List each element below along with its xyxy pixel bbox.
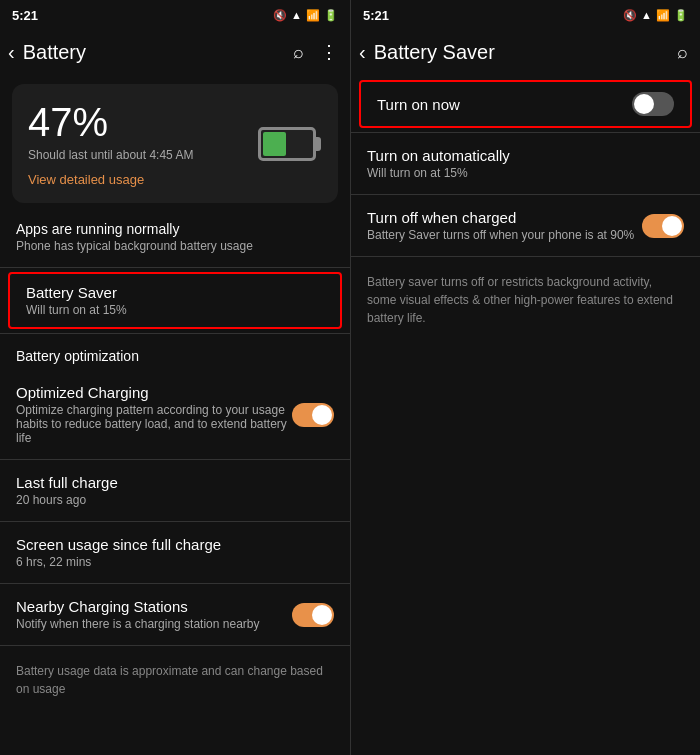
divider-6	[0, 645, 350, 646]
apps-running-item: Apps are running normally Phone has typi…	[0, 211, 350, 263]
turn-off-charged-item[interactable]: Turn off when charged Battery Saver turn…	[351, 199, 700, 252]
turn-off-charged-title: Turn off when charged	[367, 209, 642, 226]
battery-saver-title: Battery Saver	[26, 284, 324, 301]
battery-saver-item[interactable]: Battery Saver Will turn on at 15%	[10, 274, 340, 327]
battery-optimization-title: Battery optimization	[16, 348, 334, 364]
divider-r2	[351, 194, 700, 195]
battery-graphic	[252, 119, 322, 169]
last-full-charge-item[interactable]: Last full charge 20 hours ago	[0, 464, 350, 517]
turn-on-now-toggle-knob	[634, 94, 654, 114]
toolbar-icons-left: ⌕ ⋮	[289, 37, 342, 67]
wifi-icon: ▲	[291, 9, 302, 21]
turn-off-charged-toggle-knob	[662, 216, 682, 236]
search-icon-right[interactable]: ⌕	[673, 38, 692, 67]
optimized-charging-toggle-knob	[312, 405, 332, 425]
turn-on-now-highlight: Turn on now	[359, 80, 692, 128]
page-title-right: Battery Saver	[374, 41, 673, 64]
right-panel: 5:21 🔇 ▲ 📶 🔋 ‹ Battery Saver ⌕ Turn on n…	[350, 0, 700, 755]
battery-fill	[263, 132, 286, 156]
optimized-charging-title: Optimized Charging	[16, 384, 292, 401]
turn-on-auto-title: Turn on automatically	[367, 147, 684, 164]
optimized-charging-toggle[interactable]	[292, 403, 334, 427]
screen-usage-title: Screen usage since full charge	[16, 536, 334, 553]
right-scroll: Turn on now Turn on automatically Will t…	[351, 76, 700, 755]
divider-3	[0, 459, 350, 460]
divider-r3	[351, 256, 700, 257]
screen-usage-text: Screen usage since full charge 6 hrs, 22…	[16, 536, 334, 569]
optimized-charging-text: Optimized Charging Optimize charging pat…	[16, 384, 292, 445]
battery-body	[258, 127, 316, 161]
view-detailed-usage-link[interactable]: View detailed usage	[28, 172, 193, 187]
wifi-icon-right: ▲	[641, 9, 652, 21]
battery-optimization-label: Battery optimization	[0, 338, 350, 374]
back-button-right[interactable]: ‹	[359, 41, 366, 64]
screen-usage-sub: 6 hrs, 22 mins	[16, 555, 334, 569]
apps-running-title: Apps are running normally	[16, 221, 334, 237]
turn-off-charged-sub: Battery Saver turns off when your phone …	[367, 228, 642, 242]
battery-status-icon: 🔋	[324, 9, 338, 22]
battery-card: 47% Should last until about 4:45 AM View…	[12, 84, 338, 203]
last-full-charge-sub: 20 hours ago	[16, 493, 334, 507]
network-icon-right: 📶	[656, 9, 670, 22]
nearby-charging-sub: Notify when there is a charging station …	[16, 617, 292, 631]
nearby-charging-text: Nearby Charging Stations Notify when the…	[16, 598, 292, 631]
nearby-charging-title: Nearby Charging Stations	[16, 598, 292, 615]
battery-saver-sub: Will turn on at 15%	[26, 303, 324, 317]
battery-info: 47% Should last until about 4:45 AM View…	[28, 100, 193, 187]
battery-saver-text: Battery Saver Will turn on at 15%	[26, 284, 324, 317]
status-bar-left: 5:21 🔇 ▲ 📶 🔋	[0, 0, 350, 28]
divider-5	[0, 583, 350, 584]
page-title-left: Battery	[23, 41, 289, 64]
screen-usage-item[interactable]: Screen usage since full charge 6 hrs, 22…	[0, 526, 350, 579]
optimized-charging-item[interactable]: Optimized Charging Optimize charging pat…	[0, 374, 350, 455]
divider-1	[0, 267, 350, 268]
toolbar-left: ‹ Battery ⌕ ⋮	[0, 28, 350, 76]
status-time-left: 5:21	[12, 8, 38, 23]
last-full-charge-text: Last full charge 20 hours ago	[16, 474, 334, 507]
signal-icon-right: 🔇	[623, 9, 637, 22]
nearby-charging-item[interactable]: Nearby Charging Stations Notify when the…	[0, 588, 350, 641]
battery-tip	[316, 137, 321, 151]
divider-2	[0, 333, 350, 334]
turn-on-now-title: Turn on now	[377, 96, 632, 113]
nearby-charging-toggle[interactable]	[292, 603, 334, 627]
left-panel: 5:21 🔇 ▲ 📶 🔋 ‹ Battery ⌕ ⋮ 47% Should la…	[0, 0, 350, 755]
divider-4	[0, 521, 350, 522]
network-icon: 📶	[306, 9, 320, 22]
left-scroll: 47% Should last until about 4:45 AM View…	[0, 76, 350, 755]
battery-percent: 47%	[28, 100, 193, 144]
status-bar-right: 5:21 🔇 ▲ 📶 🔋	[351, 0, 700, 28]
turn-on-auto-sub: Will turn on at 15%	[367, 166, 684, 180]
status-icons-left: 🔇 ▲ 📶 🔋	[273, 9, 338, 22]
turn-on-auto-item[interactable]: Turn on automatically Will turn on at 15…	[351, 137, 700, 190]
nearby-charging-toggle-knob	[312, 605, 332, 625]
turn-on-now-text: Turn on now	[377, 96, 632, 113]
status-icons-right: 🔇 ▲ 📶 🔋	[623, 9, 688, 22]
more-icon-left[interactable]: ⋮	[316, 37, 342, 67]
turn-on-auto-text: Turn on automatically Will turn on at 15…	[367, 147, 684, 180]
battery-status-icon-right: 🔋	[674, 9, 688, 22]
divider-r1	[351, 132, 700, 133]
footer-note: Battery usage data is approximate and ca…	[0, 650, 350, 710]
turn-off-charged-toggle[interactable]	[642, 214, 684, 238]
apps-running-sub: Phone has typical background battery usa…	[16, 239, 334, 253]
optimized-charging-sub: Optimize charging pattern according to y…	[16, 403, 292, 445]
toolbar-icons-right: ⌕	[673, 38, 692, 67]
turn-on-now-toggle[interactable]	[632, 92, 674, 116]
status-time-right: 5:21	[363, 8, 389, 23]
back-button-left[interactable]: ‹	[8, 41, 15, 64]
signal-icon: 🔇	[273, 9, 287, 22]
last-full-charge-title: Last full charge	[16, 474, 334, 491]
turn-off-charged-text: Turn off when charged Battery Saver turn…	[367, 209, 642, 242]
battery-until-text: Should last until about 4:45 AM	[28, 148, 193, 162]
battery-saver-highlight: Battery Saver Will turn on at 15%	[8, 272, 342, 329]
search-icon-left[interactable]: ⌕	[289, 38, 308, 67]
turn-on-now-item[interactable]: Turn on now	[361, 82, 690, 126]
battery-saver-info: Battery saver turns off or restricts bac…	[351, 261, 700, 339]
toolbar-right: ‹ Battery Saver ⌕	[351, 28, 700, 76]
